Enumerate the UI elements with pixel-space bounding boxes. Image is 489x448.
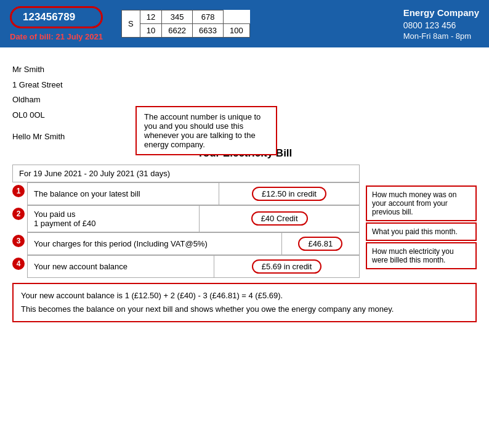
row-number-4: 4	[12, 258, 25, 270]
address-street: 1 Great Street	[12, 78, 477, 93]
period-row: For 19 June 2021 - 20 July 2021 (31 days…	[13, 165, 360, 182]
row2-label: You paid us 1 payment of £40	[28, 205, 200, 232]
row3-table: Your charges for this period (Including …	[27, 232, 360, 255]
row4-label: Your new account balance	[28, 255, 214, 277]
row1: The balance on your latest bill £12.50 i…	[28, 182, 360, 205]
address-name: Mr Smith	[12, 62, 477, 78]
meter-cell: 12	[140, 10, 161, 24]
row4-wrap: 4 Your new account balance £5.69 in cred…	[12, 255, 360, 278]
meter-cell: 100	[224, 24, 250, 38]
row1-wrap: 1 The balance on your latest bill £12.50…	[12, 182, 360, 205]
row3-value: £46.81	[281, 232, 359, 255]
formula-line1: Your new account balance is 1 (£12.50) +…	[21, 289, 468, 303]
row1-oval: £12.50 in credit	[252, 187, 326, 201]
meter-table: S 12 345 678 10 6622 6633 100	[121, 10, 250, 38]
row3-oval: £46.81	[298, 237, 342, 251]
row4: Your new account balance £5.69 in credit	[28, 255, 360, 277]
company-name: Energy Company	[403, 7, 479, 18]
row3-wrap: 3 Your charges for this period (Includin…	[12, 232, 360, 255]
side-annotations: How much money was on your account from …	[366, 165, 477, 271]
annotation-row1: How much money was on your account from …	[366, 185, 477, 221]
row2: You paid us 1 payment of £40 £40 Credit	[28, 205, 360, 232]
annotation-row3: How much electricity you were billed thi…	[366, 242, 477, 269]
account-annotation: The account number is unique to you and …	[135, 106, 277, 155]
company-phone: 0800 123 456	[403, 20, 479, 30]
meter-cell: 345	[162, 10, 193, 24]
header-left: 123456789 Date of bill: 21 July 2021	[10, 6, 103, 41]
row-number-1: 1	[12, 185, 25, 197]
header: 123456789 Date of bill: 21 July 2021 S 1…	[0, 0, 489, 47]
period-table: For 19 June 2021 - 20 July 2021 (31 days…	[12, 165, 360, 182]
row1-table: The balance on your latest bill £12.50 i…	[27, 182, 360, 205]
row2-oval: £40 Credit	[251, 211, 308, 226]
account-number: 123456789	[10, 6, 103, 28]
row4-oval: £5.69 in credit	[252, 259, 322, 274]
meter-cell: 10	[140, 24, 161, 38]
meter-cell: 6633	[193, 24, 224, 38]
meter-s-label: S	[122, 10, 140, 38]
period-cell: For 19 June 2021 - 20 July 2021 (31 days…	[13, 165, 360, 182]
formula-line2: This becomes the balance on your next bi…	[21, 303, 468, 316]
row1-label: The balance on your latest bill	[28, 182, 219, 205]
row-number-3: 3	[12, 235, 25, 247]
date-of-bill: Date of bill: 21 July 2021	[10, 32, 103, 41]
row2-table: You paid us 1 payment of £40 £40 Credit	[27, 205, 360, 232]
meter-cell: 678	[193, 10, 224, 24]
bill-outer: For 19 June 2021 - 20 July 2021 (31 days…	[12, 165, 477, 278]
meter-cell: 6622	[162, 24, 193, 38]
company-info: Energy Company 0800 123 456 Mon-Fri 8am …	[403, 7, 479, 41]
row4-value: £5.69 in credit	[214, 255, 360, 277]
row2-value: £40 Credit	[200, 205, 360, 232]
meter-table-section: S 12 345 678 10 6622 6633 100	[121, 10, 250, 38]
row3: Your charges for this period (Including …	[28, 232, 360, 255]
row1-value: £12.50 in credit	[219, 182, 360, 205]
row4-table: Your new account balance £5.69 in credit	[27, 255, 360, 278]
row2-wrap: 2 You paid us 1 payment of £40 £40 Credi…	[12, 205, 360, 232]
bill-rows-container: For 19 June 2021 - 20 July 2021 (31 days…	[12, 165, 360, 278]
account-annotation-text: The account number is unique to you and …	[144, 112, 261, 149]
company-hours: Mon-Fri 8am - 8pm	[403, 31, 479, 41]
bill-section: Your Electricity Bill For 19 June 2021 -…	[12, 147, 477, 278]
formula-box: Your new account balance is 1 (£12.50) +…	[12, 283, 477, 322]
row3-label: Your charges for this period (Including …	[28, 232, 282, 255]
annotation-row2: What you paid this month.	[366, 222, 477, 241]
row-number-2: 2	[12, 208, 25, 220]
